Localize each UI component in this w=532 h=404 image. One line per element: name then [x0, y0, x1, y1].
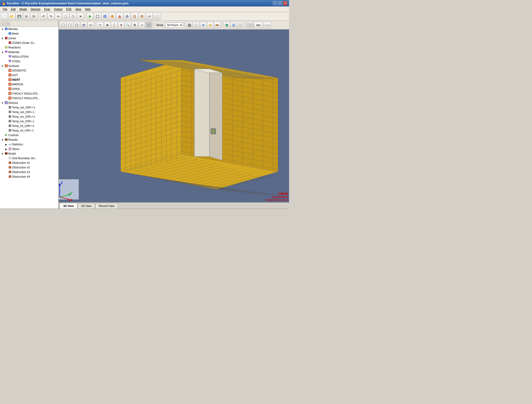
tree-item-results[interactable]: ▼Results [0, 138, 58, 142]
tree-item-hot[interactable]: HOT [0, 73, 58, 77]
view-3d-button[interactable] [81, 22, 87, 28]
tab-2d-view[interactable]: 2D View [78, 203, 95, 208]
pan-button[interactable]: ✛ [118, 22, 124, 28]
tree-item-open[interactable]: OPEN [0, 87, 58, 91]
render-button[interactable] [230, 22, 237, 28]
ar-button[interactable]: AR [263, 22, 271, 28]
tree-item-insulation[interactable]: INSULATION [0, 54, 58, 59]
tree-item-meshes[interactable]: ▼Meshes [0, 27, 58, 31]
tree-expander-slices[interactable]: ▶ [5, 147, 8, 151]
tree-item-temp_ins_p[interactable]: Temp_ins_IOR=+1 [0, 114, 58, 119]
tree-item-temp_ins_m[interactable]: Temp_ins_IOR=-1 [0, 119, 58, 124]
tool5[interactable] [124, 13, 131, 20]
menu-edit[interactable]: Edit [9, 7, 18, 11]
tool7[interactable] [139, 13, 145, 20]
tree-item-steel[interactable]: STEEL [0, 59, 58, 64]
export-button[interactable] [31, 13, 37, 20]
view-mode-3[interactable] [200, 22, 207, 28]
tree-item-slices[interactable]: ▶Slices [0, 147, 58, 151]
menu-devices[interactable]: Devices [29, 7, 42, 11]
tree-item-zones[interactable]: ▼Zones [0, 36, 58, 41]
tree-item-temp_int_m[interactable]: Temp_int_IOR=-1 [0, 128, 58, 133]
tree-item-adiabatic[interactable]: ADIABATIC [0, 68, 58, 73]
menu-view[interactable]: View [73, 7, 83, 11]
tree-item-mirror[interactable]: MIRROR [0, 82, 58, 87]
tool1[interactable] [94, 13, 101, 20]
menu-help[interactable]: Help [83, 7, 93, 11]
tree-item-obst1[interactable]: Obstruction #1 [0, 161, 58, 165]
zoom-out-button[interactable] [132, 22, 138, 28]
tree-item-obst2[interactable]: Obstruction #2 [0, 165, 58, 170]
delete-button[interactable]: ✕ [77, 13, 84, 20]
floor-select[interactable]: All Floors [165, 23, 183, 28]
tool9[interactable] [153, 13, 160, 20]
tree-item-inert[interactable]: INERT [0, 77, 58, 82]
maximize-button[interactable]: □ [278, 1, 282, 5]
import-button[interactable] [23, 13, 30, 20]
tree-expander-meshes[interactable]: ▼ [1, 27, 4, 31]
menu-fds[interactable]: FDS [64, 7, 73, 11]
save-button[interactable]: 💾 [16, 13, 23, 20]
mesh-button[interactable] [237, 22, 244, 28]
run-fds-button[interactable] [87, 13, 94, 20]
tree-item-gridboundary[interactable]: Grid Boundary Ver... [0, 156, 58, 161]
close-button[interactable]: ✕ [283, 1, 287, 5]
view-flat-button[interactable] [88, 22, 94, 28]
tree-item-thickly2[interactable]: THICKLY INSULATE... [0, 96, 58, 101]
tree-expander-surfaces[interactable]: ▼ [1, 64, 4, 68]
undo-button[interactable]: ↶ [40, 13, 47, 20]
tree-item-temp_ext_p[interactable]: Temp_ext_IOR=+1 [0, 105, 58, 110]
select-round-button[interactable] [67, 22, 73, 28]
view-mode-4[interactable] [207, 22, 213, 28]
color-button[interactable] [224, 22, 230, 28]
select-tool-button[interactable] [74, 22, 80, 28]
tree-item-temp_ext_m[interactable]: Temp_ext_IOR=-1 [0, 110, 58, 114]
tool6[interactable] [131, 13, 138, 20]
walk-button[interactable]: 🚶 [111, 22, 117, 28]
tree-collapse-button[interactable]: – [1, 22, 5, 26]
zoom-in-button[interactable]: 🔍 [125, 22, 131, 28]
tree-expander-devices[interactable]: ▼ [1, 101, 4, 105]
tree-expander-results[interactable]: ▼ [1, 138, 4, 141]
tree-item-reactions[interactable]: Reactions [0, 45, 58, 50]
view-mode-1[interactable] [186, 22, 193, 28]
tree-item-controls[interactable]: Controls [0, 133, 58, 138]
tool2[interactable] [101, 13, 108, 20]
tree-content[interactable]: ▼MeshesMesh▼ZonesZONE0 (Outer Zo...React… [0, 27, 58, 208]
tree-item-obst3[interactable]: Obstruction #3 [0, 170, 58, 174]
menu-output[interactable]: Output [52, 7, 64, 11]
tree-item-devices[interactable]: ▼Devices [0, 101, 58, 105]
zoom-extent-button[interactable]: ⤢ [139, 22, 145, 28]
viewport[interactable]: Z Y X 万霖消防 010-56100119 www.A119.com.cn [59, 30, 289, 202]
tab-3d-view[interactable]: 3D View [60, 203, 77, 208]
tree-item-zone0[interactable]: ZONE0 (Outer Zo... [0, 41, 58, 45]
redo-button[interactable]: ↷ [48, 13, 54, 20]
view-mode-2[interactable] [193, 22, 200, 28]
tree-item-surfaces[interactable]: ▼Surfaces [0, 64, 58, 68]
new-button[interactable]: 📄 [1, 13, 8, 20]
tree-item-statistics[interactable]: ▶123Statistics [0, 142, 58, 147]
tree-item-temp_int_p[interactable]: Temp_int_IOR=+1 [0, 124, 58, 128]
tool3[interactable] [109, 13, 116, 20]
stats-button[interactable]: 123 [254, 22, 262, 28]
menu-file[interactable]: File [1, 7, 9, 11]
tree-expander-materials[interactable]: ▼ [1, 50, 4, 54]
menu-evac[interactable]: Evac [42, 7, 52, 11]
cursor-button[interactable]: ↖ [97, 22, 104, 28]
minimize-button[interactable]: – [273, 1, 277, 5]
cut-button[interactable]: ✂ [55, 13, 62, 20]
tree-expander-model[interactable]: ▼ [1, 152, 4, 155]
paste-button[interactable] [70, 13, 76, 20]
copy-button[interactable] [62, 13, 69, 20]
tree-item-mesh[interactable]: Mesh [0, 31, 58, 36]
tree-item-materials[interactable]: ▼Materials [0, 50, 58, 54]
tree-item-model[interactable]: ▼Model [0, 151, 58, 156]
split-view-button[interactable] [247, 22, 253, 28]
tree-item-thickly1[interactable]: THICKLY INSULATE... [0, 91, 58, 96]
menu-model[interactable]: Model [18, 7, 29, 11]
tree-expand-button[interactable]: + [6, 22, 10, 26]
open-button[interactable]: 📂 [8, 13, 15, 20]
tool8[interactable] [146, 13, 153, 20]
view-mode-5[interactable] [214, 22, 220, 28]
tool4[interactable] [116, 13, 123, 20]
